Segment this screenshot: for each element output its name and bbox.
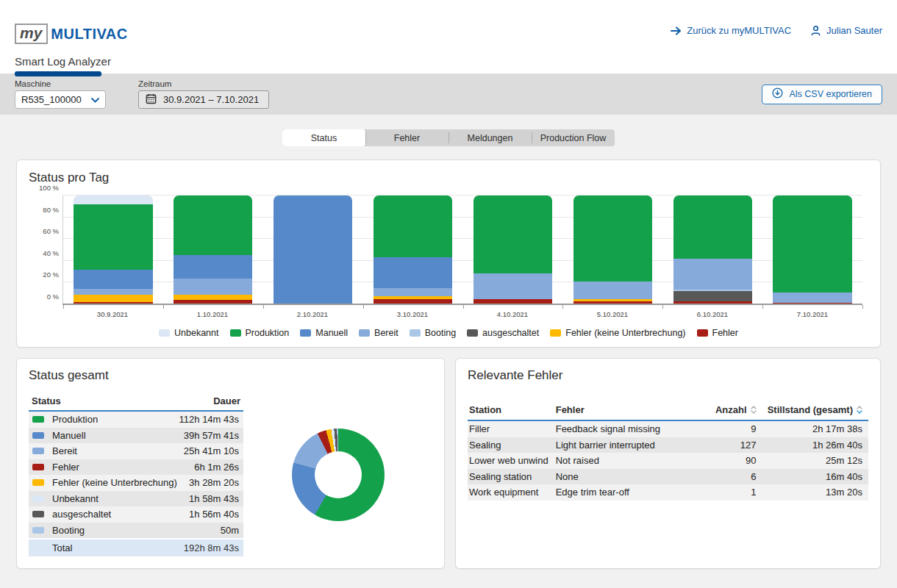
bar-4.10.2021 bbox=[473, 196, 552, 304]
status-name: ausgeschaltet bbox=[52, 509, 189, 520]
bar-segment-bereit bbox=[74, 289, 152, 295]
filter-bar: Maschine R535_100000 Zeitraum 30.9.2021 … bbox=[0, 74, 897, 115]
status-swatch bbox=[32, 511, 44, 517]
total-label: Total bbox=[32, 542, 184, 553]
y-tick-label: 100 % bbox=[29, 184, 59, 192]
cell-station: Sealing bbox=[469, 440, 556, 451]
relevant-errors-card: Relevante Fehler StationFehlerAnzahlStil… bbox=[455, 358, 881, 569]
x-tick-label: 6.10.2021 bbox=[662, 310, 762, 318]
table-row: Fehler (keine Unterbrechung)3h 28m 20s bbox=[29, 475, 243, 491]
tab-fehler[interactable]: Fehler bbox=[365, 129, 448, 146]
status-swatch bbox=[32, 479, 44, 486]
status-swatch bbox=[32, 527, 44, 534]
bar-segment-bereit bbox=[374, 288, 452, 296]
app-header: my MULTIVAC Zurück zu myMULTIVAC Julian … bbox=[0, 0, 897, 74]
status-name: Fehler (keine Unterbrechung) bbox=[52, 477, 189, 488]
sort-icon[interactable] bbox=[857, 406, 862, 414]
period-datepicker[interactable]: 30.9.2021 – 7.10.2021 bbox=[138, 90, 269, 109]
status-duration: 1h 56m 40s bbox=[189, 509, 239, 520]
col-duration: Dauer bbox=[213, 395, 240, 406]
bar-segment-produktion bbox=[573, 196, 652, 282]
legend-swatch bbox=[159, 329, 170, 337]
status-name: Bereit bbox=[52, 445, 184, 456]
machine-select[interactable]: R535_100000 bbox=[15, 90, 106, 109]
chart-legend: UnbekanntProduktionManuellBereitBootinga… bbox=[29, 328, 868, 338]
x-axis-tick bbox=[662, 305, 663, 309]
table-row-total: Total 192h 8m 43s bbox=[29, 539, 243, 556]
legend-item-fehler-keine-unterbrechung-: Fehler (keine Unterbrechung) bbox=[550, 328, 685, 338]
user-menu[interactable]: Julian Sauter bbox=[810, 25, 882, 36]
status-total-table: Status Dauer Produktion112h 14m 43sManue… bbox=[29, 393, 243, 556]
tab-meldungen[interactable]: Meldungen bbox=[448, 129, 532, 146]
legend-swatch bbox=[300, 329, 311, 337]
legend-label: Fehler bbox=[712, 328, 738, 338]
status-total-title: Status gesamt bbox=[29, 368, 432, 383]
bar-segment-bereit bbox=[573, 282, 652, 299]
status-duration: 6h 1m 26s bbox=[194, 462, 239, 473]
bar-segment-manuell bbox=[374, 257, 452, 287]
bar-segment-fehler-keine-unterbrechung- bbox=[74, 295, 152, 302]
status-total-card: Status gesamt Status Dauer Produktion112… bbox=[16, 358, 445, 569]
cell-downtime: 2h 17m 38s bbox=[757, 423, 862, 434]
y-tick-label: 60 % bbox=[29, 227, 59, 235]
x-axis-tick bbox=[862, 305, 863, 309]
legend-swatch bbox=[550, 329, 561, 337]
status-swatch bbox=[32, 416, 44, 423]
legend-label: Unbekannt bbox=[174, 328, 218, 338]
export-csv-label: Als CSV exportieren bbox=[789, 89, 872, 99]
col-status: Status bbox=[32, 395, 61, 406]
bar-segment-produktion bbox=[773, 196, 851, 293]
cell-count: 1 bbox=[693, 487, 757, 498]
bar-segment-produktion bbox=[74, 204, 152, 270]
x-axis-labels: 30.9.20211.10.20212.10.20213.10.20214.10… bbox=[62, 310, 862, 318]
y-tick-label: 40 % bbox=[29, 248, 59, 257]
total-value: 192h 8m 43s bbox=[184, 542, 239, 553]
view-tabs: StatusFehlerMeldungenProduction Flow bbox=[282, 129, 615, 146]
y-tick-label: 20 % bbox=[29, 270, 59, 279]
legend-label: Manuell bbox=[315, 328, 348, 338]
legend-label: Produktion bbox=[246, 328, 290, 338]
sort-icon[interactable] bbox=[751, 406, 757, 414]
chevron-down-icon bbox=[91, 94, 99, 105]
back-link-label: Zurück zu myMULTIVAC bbox=[687, 25, 791, 36]
table-row: ausgeschaltet1h 56m 40s bbox=[29, 506, 243, 523]
back-to-mymultivac-link[interactable]: Zurück zu myMULTIVAC bbox=[671, 25, 791, 36]
legend-label: ausgeschaltet bbox=[482, 328, 539, 338]
bar-segment-manuell bbox=[274, 196, 352, 304]
main-content: StatusFehlerMeldungenProduction Flow Sta… bbox=[0, 115, 897, 588]
status-swatch bbox=[32, 432, 44, 439]
period-value: 30.9.2021 – 7.10.2021 bbox=[163, 94, 259, 105]
y-tick-label: 0 % bbox=[29, 293, 59, 301]
table-row: Produktion112h 14m 43s bbox=[29, 412, 243, 428]
tab-production-flow[interactable]: Production Flow bbox=[532, 129, 615, 146]
x-axis-tick bbox=[463, 305, 464, 309]
bar-segment-fehler-keine-unterbrechung- bbox=[174, 295, 252, 300]
status-duration: 112h 14m 43s bbox=[179, 414, 239, 425]
export-csv-button[interactable]: Als CSV exportieren bbox=[762, 85, 882, 104]
legend-item-booting: Booting bbox=[410, 328, 456, 338]
y-tick-label: 80 % bbox=[29, 205, 59, 213]
cell-count: 90 bbox=[693, 455, 757, 466]
col-anzahl[interactable]: Anzahl bbox=[693, 404, 757, 415]
tab-smart-log-analyzer[interactable]: Smart Log Analyzer bbox=[15, 55, 111, 68]
download-icon bbox=[772, 87, 783, 101]
cell-downtime: 13m 20s bbox=[757, 487, 862, 498]
bar-segment-bereit bbox=[773, 293, 851, 303]
x-tick-label: 7.10.2021 bbox=[762, 310, 862, 318]
logo-brand: MULTIVAC bbox=[51, 26, 127, 43]
status-name: Manuell bbox=[52, 430, 184, 441]
status-name: Booting bbox=[52, 525, 221, 536]
table-row: Work equipmentEdge trim tear-off113m 20s bbox=[468, 484, 868, 501]
multivac-logo: my MULTIVAC bbox=[15, 24, 128, 44]
tab-status[interactable]: Status bbox=[282, 129, 365, 146]
col-fehler: Fehler bbox=[556, 404, 693, 415]
cell-station: Lower web unwind bbox=[469, 455, 556, 466]
col-stillstand-gesamt-[interactable]: Stillstand (gesamt) bbox=[757, 404, 862, 415]
x-axis-tick bbox=[562, 305, 563, 309]
table-row: Booting50m bbox=[29, 523, 243, 539]
status-swatch bbox=[32, 448, 44, 454]
status-duration: 1h 58m 43s bbox=[189, 493, 239, 504]
bar-3.10.2021 bbox=[374, 196, 452, 304]
table-row: Unbekannt1h 58m 43s bbox=[29, 491, 243, 507]
bar-2.10.2021 bbox=[274, 196, 352, 304]
